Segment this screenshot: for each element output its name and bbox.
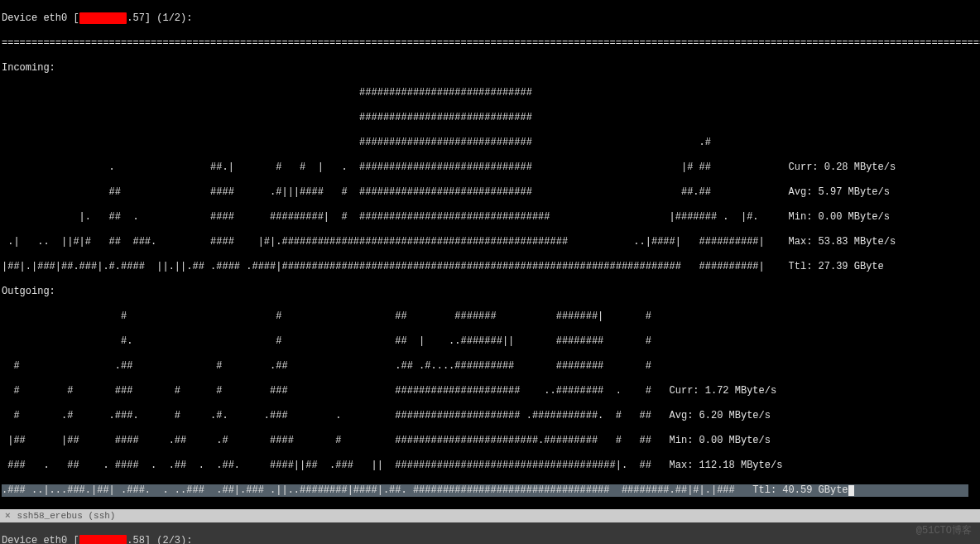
terminal-pane-top[interactable]: Device eth0 [XXXXXXXX.57] (1/2): =======… — [0, 0, 980, 509]
chart-row: # # ## ####### #######| # — [2, 311, 978, 323]
redacted-ip: XXXXXXXX — [79, 535, 127, 544]
chart-row: ## #### .#|||#### # ####################… — [2, 186, 978, 199]
chart-row: ############################# .# — [2, 137, 978, 149]
incoming-label: Incoming: — [2, 62, 978, 75]
tab-label[interactable]: ssh58_erebus (ssh) — [17, 509, 116, 522]
device-line: Device eth0 [XXXXXXXX.58] (2/3): — [2, 535, 978, 544]
chart-row: |##|.|###|##.###|.#.#### ||.||.## .#### … — [2, 261, 978, 273]
tab-bar[interactable]: × ssh58_erebus (ssh) — [0, 509, 980, 522]
close-icon[interactable]: × — [5, 509, 11, 522]
chart-row: ############################# — [2, 87, 978, 99]
chart-row: # .## # .## .## .#....########## #######… — [2, 360, 978, 373]
chart-row: .| .. ||#|# ## ###. #### |#|.###########… — [2, 236, 978, 248]
chart-row: #. # ## | ..#######|| ######## # — [2, 335, 978, 348]
outgoing-label: Outgoing: — [2, 286, 978, 298]
hr: ========================================… — [2, 37, 978, 50]
chart-row: . ##.| # # | . #########################… — [2, 161, 978, 174]
device-line: Device eth0 [XXXXXXXX.57] (1/2): — [2, 12, 978, 25]
chart-row: |. ## . #### #########| # ##############… — [2, 211, 978, 224]
cursor — [848, 485, 854, 496]
redacted-ip: XXXXXXXX — [79, 12, 127, 24]
chart-row: # # ### # # ### ##################### ..… — [2, 385, 978, 397]
chart-row-highlight: .### ..|...###.|##| .###. . ..### .##|.#… — [2, 484, 968, 497]
chart-row: # .# .###. # .#. .### . ################… — [2, 410, 978, 422]
chart-row: ### . ## . #### . .## . .##. ####||## .#… — [2, 460, 978, 472]
chart-row: ############################# — [2, 112, 978, 124]
chart-row: |## |## #### .## .# #### # #############… — [2, 435, 978, 447]
terminal-pane-bottom[interactable]: Device eth0 [XXXXXXXX.58] (2/3): =======… — [0, 522, 980, 544]
